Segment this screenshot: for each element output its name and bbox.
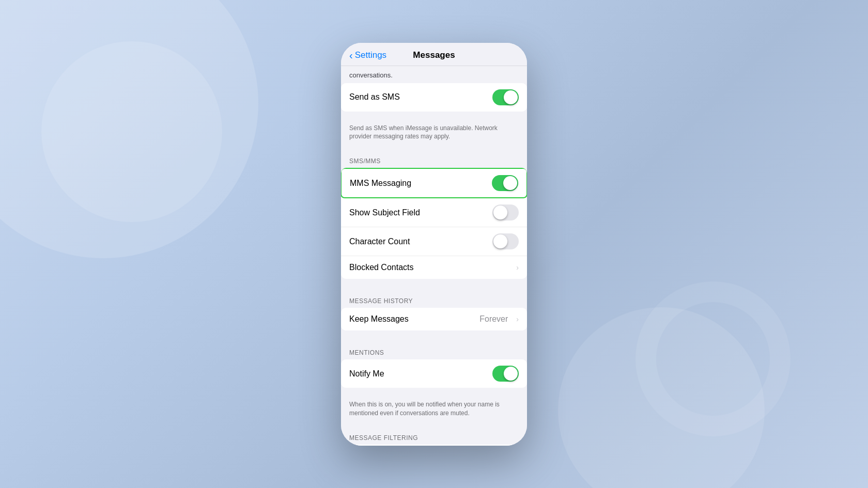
back-label: Settings — [355, 50, 386, 60]
mms-messaging-row[interactable]: MMS Messaging — [341, 168, 527, 198]
send-sms-section: Send as SMS Send as SMS when iMessage is… — [341, 83, 527, 150]
show-subject-field-toggle[interactable] — [492, 204, 519, 221]
bg-decoration-1 — [41, 41, 222, 222]
character-count-toggle[interactable] — [492, 233, 519, 249]
character-count-row[interactable]: Character Count — [341, 227, 527, 256]
message-filtering-group: Unknown & Spam › — [341, 445, 527, 446]
notify-me-row[interactable]: Notify Me — [341, 359, 527, 388]
screen: ‹ Settings Messages conversations. Send … — [341, 43, 527, 446]
mentions-section: MENTIONS Notify Me When this is on, you … — [341, 341, 527, 426]
navigation-bar: ‹ Settings Messages — [341, 43, 527, 66]
back-chevron-icon: ‹ — [349, 50, 353, 60]
keep-messages-value: Forever — [479, 314, 508, 324]
mms-messaging-toggle-knob — [503, 176, 517, 190]
sms-mms-header: SMS/MMS — [341, 149, 527, 168]
notify-me-label: Notify Me — [349, 369, 492, 379]
show-subject-field-label: Show Subject Field — [349, 208, 492, 217]
mms-messaging-toggle[interactable] — [492, 175, 518, 191]
back-button[interactable]: ‹ Settings — [349, 50, 386, 60]
blocked-contacts-row[interactable]: Blocked Contacts › — [341, 256, 527, 279]
character-count-toggle-knob — [493, 234, 507, 248]
keep-messages-row[interactable]: Keep Messages Forever › — [341, 308, 527, 330]
notify-me-toggle-knob — [504, 367, 518, 381]
sms-mms-group: MMS Messaging Show Subject Field — [341, 168, 527, 279]
keep-messages-label: Keep Messages — [349, 314, 479, 324]
send-sms-group: Send as SMS — [341, 83, 527, 112]
send-as-sms-label: Send as SMS — [349, 92, 492, 102]
settings-content: conversations. Send as SMS Send as SMS w… — [341, 66, 527, 446]
mentions-group: Notify Me — [341, 359, 527, 388]
send-as-sms-toggle[interactable] — [492, 89, 519, 105]
mms-messaging-label: MMS Messaging — [350, 179, 492, 188]
message-history-group: Keep Messages Forever › — [341, 308, 527, 330]
keep-messages-value-container: Forever › — [479, 314, 519, 324]
blocked-contacts-label: Blocked Contacts — [349, 263, 512, 272]
sms-mms-section: SMS/MMS MMS Messaging Show Subject Field — [341, 149, 527, 279]
show-subject-field-toggle-knob — [493, 206, 507, 219]
send-as-sms-description: Send as SMS when iMessage is unavailable… — [341, 122, 527, 150]
phone-frame: ‹ Settings Messages conversations. Send … — [341, 43, 527, 446]
keep-messages-chevron-icon: › — [516, 315, 519, 323]
notify-me-description: When this is on, you will be notified wh… — [341, 398, 527, 426]
message-filtering-header: MESSAGE FILTERING — [341, 426, 527, 445]
notify-me-toggle[interactable] — [492, 366, 519, 382]
message-history-header: MESSAGE HISTORY — [341, 289, 527, 308]
send-as-sms-row[interactable]: Send as SMS — [341, 83, 527, 112]
unknown-spam-row[interactable]: Unknown & Spam › — [341, 445, 527, 446]
show-subject-field-row[interactable]: Show Subject Field — [341, 198, 527, 227]
message-filtering-section: MESSAGE FILTERING Unknown & Spam › — [341, 426, 527, 446]
message-history-section: MESSAGE HISTORY Keep Messages Forever › — [341, 289, 527, 330]
mentions-header: MENTIONS — [341, 341, 527, 359]
character-count-label: Character Count — [349, 237, 492, 246]
blocked-contacts-chevron-icon: › — [516, 263, 519, 272]
send-as-sms-toggle-knob — [504, 90, 518, 104]
top-note: conversations. — [341, 66, 527, 83]
page-title: Messages — [413, 50, 455, 60]
bg-decoration-2 — [636, 281, 791, 436]
